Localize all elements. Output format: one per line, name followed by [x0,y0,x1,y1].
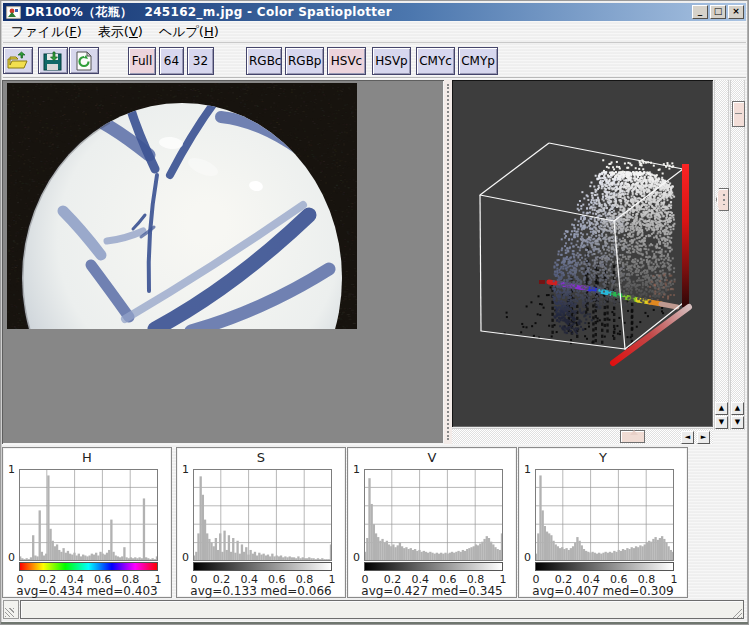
histogram-panel-h: H 1 0 00.20.40.60.81 avg=0.434 med=0.403 [2,447,172,598]
color-space-panel: ▲ ▼ ▲ ▼ ◄ ► [452,80,747,444]
hist-h-stats: avg=0.434 med=0.403 [3,584,171,598]
mode-rgbc-button[interactable]: RGBc [246,47,282,75]
zoom-32-button[interactable]: 32 [187,47,214,75]
close-button[interactable]: × [728,5,744,19]
histogram-panel-v: V 1 0 00.20.40.60.81 avg=0.427 med=0.345 [347,447,517,598]
menu-view[interactable]: 表示(V) [90,21,151,43]
hist-y-stats: avg=0.407 med=0.309 [519,584,687,598]
rotation-slider-track-1[interactable]: ▲ ▼ [714,80,729,430]
rotate-right-button[interactable]: ► [697,431,710,444]
slider2-down-button[interactable]: ▼ [731,416,744,429]
window-title: DR100%（花瓶） 245162_m.jpg - Color Spatiopl… [25,4,392,21]
status-grip [3,600,19,619]
save-floppy-icon [43,51,63,71]
slider2-up-button[interactable]: ▲ [731,402,744,415]
hist-h-plot [19,469,158,561]
hist-v-plot [364,469,503,561]
status-field [20,600,744,619]
panel-splitter[interactable] [444,80,452,444]
zoom-64-button[interactable]: 64 [159,47,184,75]
histogram-panel-y: Y 1 0 00.20.40.60.81 avg=0.407 med=0.309 [518,447,688,598]
menu-file[interactable]: ファイル(F) [3,21,90,43]
toolbar: Full 64 32 RGBc RGBp HSVc HSVp CMYc CMYp [3,44,746,78]
mode-rgbp-button[interactable]: RGBp [285,47,324,75]
mode-hsvc-button[interactable]: HSVc [327,47,366,75]
save-file-button[interactable] [38,47,68,74]
color-cube-canvas [453,81,712,426]
mode-cmyp-button[interactable]: CMYp [458,47,498,75]
menu-help[interactable]: ヘルプ(H) [151,21,227,43]
hist-v-title: V [348,450,516,465]
horizontal-rotation-handle[interactable] [620,430,645,443]
color-cube-view [452,80,713,427]
minimize-button[interactable]: _ [692,5,708,19]
app-icon [6,6,21,19]
hist-v-stats: avg=0.427 med=0.345 [348,584,516,598]
rotation-slider-track-2[interactable]: ▲ ▼ [730,80,745,430]
hist-s-plot [193,469,332,561]
image-viewer-panel [2,80,444,444]
gray-colorbar [535,562,674,571]
histogram-panel-s: S 1 0 00.20.40.60.81 avg=0.133 med=0.066 [176,447,346,598]
horizontal-rotation-track[interactable]: ◄ ► [452,428,713,444]
vase-photo [7,83,357,329]
hue-colorbar [19,562,158,571]
maximize-button[interactable]: □ [710,5,726,19]
hist-y-title: Y [519,450,687,465]
slider1-down-button[interactable]: ▼ [715,416,728,429]
reload-icon [74,51,94,71]
open-file-button[interactable] [3,47,33,74]
rotation-slider-handle-1[interactable] [716,188,729,211]
hist-s-title: S [177,450,345,465]
open-folder-icon [7,51,29,70]
menubar: ファイル(F) 表示(V) ヘルプ(H) [3,22,746,43]
rotate-left-button[interactable]: ◄ [681,431,694,444]
zoom-full-button[interactable]: Full [128,47,156,75]
app-window: DR100%（花瓶） 245162_m.jpg - Color Spatiopl… [0,0,749,625]
rotation-slider-handle-2[interactable] [732,101,745,127]
hist-h-title: H [3,450,171,465]
mode-cmyc-button[interactable]: CMYc [416,47,455,75]
hist-y-plot [535,469,674,561]
hist-s-stats: avg=0.133 med=0.066 [177,584,345,598]
gray-colorbar [193,562,332,571]
reload-button[interactable] [69,47,99,74]
mode-hsvp-button[interactable]: HSVp [372,47,411,75]
slider1-up-button[interactable]: ▲ [715,402,728,415]
gray-colorbar [364,562,503,571]
titlebar: DR100%（花瓶） 245162_m.jpg - Color Spatiopl… [3,3,746,21]
